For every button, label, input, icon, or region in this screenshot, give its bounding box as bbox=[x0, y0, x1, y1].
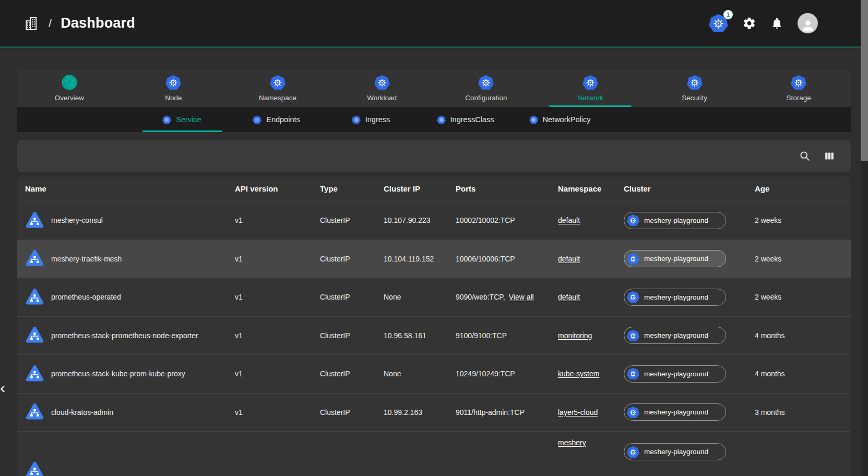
cluster-chip[interactable]: meshery-playground bbox=[624, 250, 726, 267]
service-icon bbox=[25, 402, 44, 422]
subtab-ingressclass[interactable]: IngressClass bbox=[418, 107, 513, 132]
cluster-cell: meshery-playground bbox=[624, 403, 755, 421]
app-bar-actions: 1 bbox=[709, 13, 818, 33]
kubernetes-icon bbox=[627, 253, 639, 265]
subtab-networkpolicy[interactable]: NetworkPolicy bbox=[513, 107, 607, 132]
tab-overview[interactable]: Overview bbox=[17, 69, 122, 107]
cluster-chip[interactable]: meshery-playground bbox=[624, 403, 726, 421]
column-header-cluster-ip: Cluster IP bbox=[384, 184, 456, 193]
kubernetes-icon bbox=[478, 75, 494, 90]
table-row[interactable]: cloud-kratos-admin v1 ClusterIP 10.99.2.… bbox=[17, 393, 851, 432]
kubernetes-icon bbox=[627, 406, 639, 419]
service-icon bbox=[25, 249, 44, 268]
cluster-chip[interactable]: meshery-playground bbox=[624, 289, 726, 306]
scrollbar-thumb[interactable] bbox=[861, 0, 868, 161]
type-cell: ClusterIP bbox=[320, 408, 384, 416]
ports-cell: 9100/9100:TCP bbox=[456, 331, 558, 340]
tab-workload[interactable]: Workload bbox=[330, 69, 434, 107]
settings-button[interactable] bbox=[742, 16, 756, 30]
table-row[interactable]: meshery-consul v1 ClusterIP 10.107.90.22… bbox=[17, 201, 851, 240]
tab-node[interactable]: Node bbox=[122, 69, 226, 107]
cluster-cell: meshery-playground bbox=[624, 250, 755, 267]
cluster-chip[interactable]: meshery-playground bbox=[624, 443, 726, 460]
notifications-button[interactable] bbox=[770, 17, 783, 30]
cluster-ip-cell: None bbox=[384, 370, 456, 378]
table-row[interactable]: meshery meshery-playground bbox=[17, 431, 851, 476]
column-header-ports: Ports bbox=[456, 184, 558, 193]
kubernetes-icon bbox=[437, 115, 446, 124]
kubernetes-icon bbox=[687, 75, 703, 90]
drawer-collapse-toggle[interactable]: ‹ bbox=[0, 379, 9, 397]
cluster-chip[interactable]: meshery-playground bbox=[624, 327, 726, 344]
name-cell: meshery-consul bbox=[17, 211, 235, 230]
service-icon bbox=[25, 326, 44, 345]
kubernetes-icon bbox=[270, 75, 286, 90]
building-icon[interactable] bbox=[24, 15, 40, 32]
resource-tabs: Overview Node Namespace Workload Configu… bbox=[17, 69, 851, 107]
age-cell: 2 weeks bbox=[755, 255, 851, 263]
age-cell: 4 months bbox=[755, 331, 851, 340]
ports-cell: 9090/web:TCP,View all bbox=[456, 293, 558, 301]
namespace-cell: kube-system bbox=[558, 370, 624, 378]
table-row[interactable]: prometheus-operated v1 ClusterIP None 90… bbox=[17, 278, 851, 316]
table-body: meshery-consul v1 ClusterIP 10.107.90.22… bbox=[17, 201, 851, 476]
namespace-link[interactable]: default bbox=[558, 293, 580, 301]
subtab-ingress[interactable]: Ingress bbox=[324, 107, 418, 132]
tab-namespace[interactable]: Namespace bbox=[225, 69, 330, 107]
age-cell: 4 months bbox=[755, 370, 851, 378]
kubernetes-icon bbox=[627, 329, 639, 342]
kubernetes-icon bbox=[627, 367, 639, 380]
column-header-age: Age bbox=[755, 184, 851, 193]
age-cell bbox=[755, 432, 851, 438]
view-all-link[interactable]: View all bbox=[509, 293, 534, 301]
cluster-status-button[interactable]: 1 bbox=[709, 14, 728, 33]
kubernetes-icon bbox=[253, 115, 261, 124]
cluster-chip[interactable]: meshery-playground bbox=[624, 212, 726, 229]
namespace-link[interactable]: kube-system bbox=[558, 370, 599, 378]
service-icon bbox=[25, 288, 44, 307]
column-header-type: Type bbox=[320, 184, 384, 193]
subtab-endpoints[interactable]: Endpoints bbox=[229, 107, 324, 132]
subtab-service[interactable]: Service bbox=[135, 107, 229, 132]
type-cell: ClusterIP bbox=[320, 293, 384, 301]
cluster-ip-cell: 10.96.58.161 bbox=[384, 331, 456, 340]
ports-cell: 9011/http-admin:TCP bbox=[456, 408, 558, 416]
namespace-cell: meshery bbox=[558, 432, 624, 447]
namespace-link[interactable]: monitoring bbox=[558, 331, 592, 340]
namespace-cell: layer5-cloud bbox=[558, 408, 624, 416]
subtab-label: Ingress bbox=[365, 115, 390, 124]
service-name: prometheus-stack-kube-prom-kube-proxy bbox=[51, 370, 185, 378]
namespace-cell: default bbox=[558, 216, 624, 224]
user-avatar[interactable] bbox=[798, 13, 818, 33]
cluster-ip-cell: 10.104.119.152 bbox=[384, 255, 456, 263]
table-row[interactable]: prometheus-stack-kube-prom-kube-proxy v1… bbox=[17, 354, 851, 393]
tab-storage[interactable]: Storage bbox=[746, 69, 851, 107]
kubernetes-icon bbox=[582, 75, 598, 90]
namespace-link[interactable]: meshery bbox=[558, 438, 586, 447]
name-cell bbox=[17, 432, 235, 476]
tab-configuration[interactable]: Configuration bbox=[434, 69, 539, 107]
name-cell: prometheus-stack-prometheus-node-exporte… bbox=[17, 326, 235, 345]
namespace-link[interactable]: default bbox=[558, 216, 580, 224]
tab-security[interactable]: Security bbox=[643, 69, 747, 107]
vertical-scrollbar[interactable] bbox=[861, 0, 868, 476]
age-cell: 2 weeks bbox=[755, 216, 851, 224]
cluster-chip[interactable]: meshery-playground bbox=[624, 365, 726, 383]
cluster-ip-cell: None bbox=[384, 293, 456, 301]
view-columns-button[interactable] bbox=[824, 150, 835, 162]
name-cell: meshery-traefik-mesh bbox=[17, 249, 235, 268]
kubernetes-icon bbox=[627, 291, 639, 303]
cluster-cell: meshery-playground bbox=[624, 212, 755, 229]
type-cell: ClusterIP bbox=[320, 370, 384, 378]
search-button[interactable] bbox=[799, 150, 811, 162]
table-row[interactable]: prometheus-stack-prometheus-node-exporte… bbox=[17, 316, 851, 355]
cluster-count-badge: 1 bbox=[723, 10, 733, 19]
tab-label: Node bbox=[165, 94, 182, 102]
service-icon bbox=[25, 364, 44, 384]
namespace-cell: default bbox=[558, 293, 624, 301]
service-name: meshery-consul bbox=[51, 216, 103, 224]
namespace-link[interactable]: layer5-cloud bbox=[558, 408, 598, 416]
tab-network[interactable]: Network bbox=[538, 69, 643, 107]
namespace-link[interactable]: default bbox=[558, 255, 580, 263]
table-row[interactable]: meshery-traefik-mesh v1 ClusterIP 10.104… bbox=[17, 240, 851, 278]
